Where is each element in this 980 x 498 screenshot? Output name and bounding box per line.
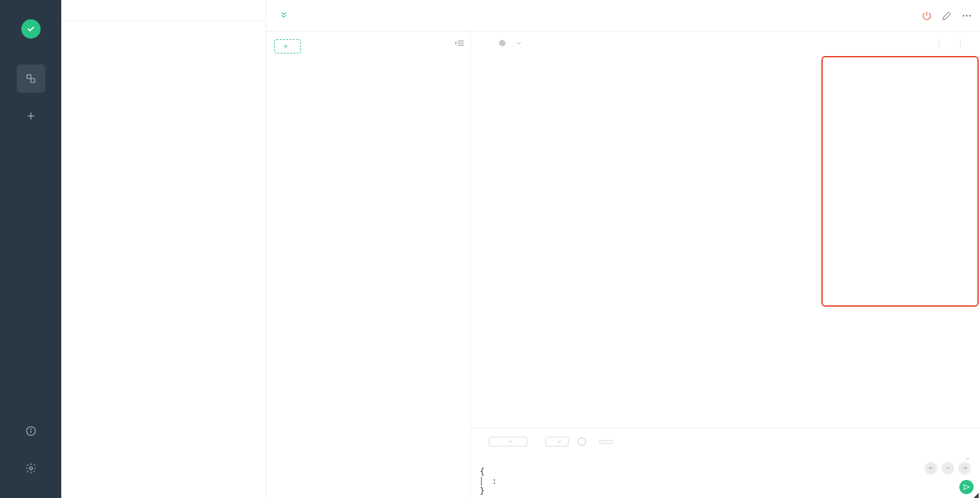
nav-add[interactable] xyxy=(17,102,45,130)
edit-button[interactable] xyxy=(941,10,952,21)
messages-column: { : } xyxy=(471,32,980,498)
payload-editor[interactable]: { : } xyxy=(480,464,971,496)
chevron-down-icon xyxy=(516,40,522,46)
svg-point-6 xyxy=(30,429,31,430)
messages-toolbar xyxy=(471,32,980,55)
filter-tabs xyxy=(928,39,980,47)
nav-rail xyxy=(0,0,61,498)
compose-history-actions xyxy=(925,462,971,475)
chevron-down-icon xyxy=(965,455,971,462)
connections-panel xyxy=(61,0,266,498)
plus-icon xyxy=(282,43,289,50)
messages-scroll[interactable] xyxy=(471,55,980,428)
subscriptions-column xyxy=(266,32,471,498)
main-area: { : } xyxy=(266,0,980,498)
svg-rect-0 xyxy=(27,75,31,79)
payload-type-select[interactable] xyxy=(489,437,527,446)
new-subscription-button[interactable] xyxy=(274,39,301,53)
history-prev-button[interactable] xyxy=(925,462,937,475)
compose-options-row xyxy=(480,434,971,450)
header-actions xyxy=(921,10,972,21)
power-icon xyxy=(921,10,932,21)
more-button[interactable] xyxy=(961,10,972,21)
send-icon xyxy=(963,483,970,491)
chevrons-down-icon xyxy=(279,10,288,19)
expand-toggle[interactable] xyxy=(279,10,288,21)
format-dropdown[interactable] xyxy=(516,40,522,46)
nav-settings[interactable] xyxy=(17,454,45,483)
connections-list xyxy=(61,21,266,34)
edit-icon xyxy=(941,10,952,21)
main-body: { : } xyxy=(266,32,980,498)
status-dot xyxy=(499,40,505,46)
gear-icon xyxy=(25,463,37,474)
info-icon xyxy=(25,425,37,437)
send-button[interactable] xyxy=(959,480,974,494)
collapse-subscriptions[interactable] xyxy=(451,38,471,48)
chevron-down-icon xyxy=(507,439,513,445)
radio-icon xyxy=(578,437,586,446)
connections-icon xyxy=(25,73,37,84)
format-area xyxy=(490,40,522,46)
logo-icon xyxy=(26,24,36,34)
arrow-left-icon xyxy=(928,464,935,472)
qos-select[interactable] xyxy=(545,437,569,446)
plus-icon xyxy=(25,110,37,122)
compose-panel: { : } xyxy=(471,428,980,499)
annotation-highlight xyxy=(821,56,979,307)
resize-handle[interactable] xyxy=(974,493,979,498)
minus-icon xyxy=(945,464,952,472)
history-next-button[interactable] xyxy=(958,462,971,475)
connections-title xyxy=(61,0,266,21)
svg-point-7 xyxy=(29,467,32,470)
nav-info[interactable] xyxy=(17,417,45,445)
app-logo xyxy=(21,19,41,39)
history-mid-button[interactable] xyxy=(941,462,954,475)
disconnect-button[interactable] xyxy=(921,10,932,21)
collapse-icon xyxy=(455,38,466,48)
topic-row xyxy=(480,450,971,464)
meta-button[interactable] xyxy=(599,440,613,444)
svg-rect-1 xyxy=(31,79,35,82)
arrow-right-icon xyxy=(961,464,968,472)
svg-point-8 xyxy=(963,15,964,16)
main-header xyxy=(266,0,980,32)
chevron-down-icon xyxy=(556,439,562,445)
svg-point-9 xyxy=(966,15,967,16)
more-icon xyxy=(961,10,972,21)
retain-toggle[interactable] xyxy=(578,437,590,446)
nav-connections[interactable] xyxy=(17,64,45,93)
svg-point-10 xyxy=(969,15,970,16)
